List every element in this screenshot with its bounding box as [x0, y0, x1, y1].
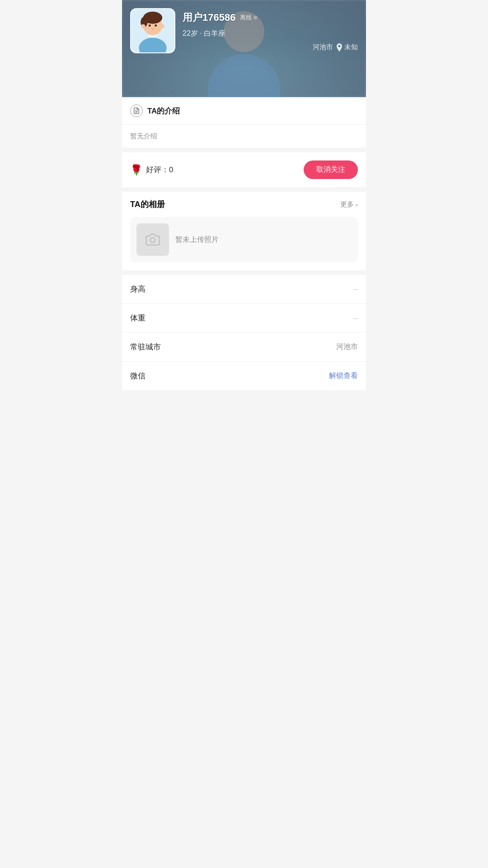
intro-title: TA的介绍: [147, 106, 180, 116]
album-header: TA的相册 更多 ›: [122, 192, 366, 217]
height-label: 身高: [130, 284, 145, 294]
status-text: 离线: [240, 14, 252, 22]
separator: ·: [200, 29, 202, 37]
location-icon: 未知: [336, 43, 358, 52]
city-value: 河池市: [336, 342, 358, 352]
user-meta: 22岁 · 白羊座: [183, 29, 358, 38]
chevron-right-icon: ›: [356, 201, 358, 208]
album-section: TA的相册 更多 › ⬜ 暂未上传照片: [122, 192, 366, 270]
album-more-label: 更多: [340, 200, 354, 209]
unfollow-button[interactable]: 取消关注: [304, 160, 358, 179]
rating-text: 好评：0: [146, 165, 173, 175]
photo-placeholder: ⬜: [136, 223, 169, 256]
city-label: 常驻城市: [130, 342, 161, 352]
info-item-height: 身高 --: [122, 275, 366, 304]
no-photo-text: 暂未上传照片: [175, 235, 219, 245]
profile-banner: 用户176586 离线 22岁 · 白羊座 河池市: [122, 0, 366, 97]
username: 用户176586: [183, 11, 235, 24]
height-value: --: [353, 285, 358, 293]
wechat-label: 微信: [130, 371, 145, 381]
album-title: TA的相册: [130, 199, 165, 210]
intro-content: 暂无介绍: [130, 132, 157, 140]
info-item-weight: 体重 --: [122, 304, 366, 333]
svg-point-5: [155, 24, 157, 27]
status-badge: 离线: [240, 14, 257, 22]
avatar: [130, 8, 175, 53]
svg-point-7: [141, 24, 145, 29]
album-more-button[interactable]: 更多 ›: [340, 200, 358, 209]
info-item-wechat[interactable]: 微信 解锁查看: [122, 362, 366, 390]
svg-point-6: [152, 28, 154, 30]
rating-section: 🌹 好评：0 取消关注: [122, 152, 366, 187]
wechat-unlock[interactable]: 解锁查看: [329, 371, 358, 381]
intro-section: TA的介绍 暂无介绍: [122, 97, 366, 148]
svg-point-12: [150, 238, 155, 243]
heart-icon: 🌹: [130, 164, 142, 176]
age: 22岁: [183, 29, 198, 37]
weight-label: 体重: [130, 313, 145, 323]
profile-info: 用户176586 离线 22岁 · 白羊座: [183, 8, 358, 38]
zodiac: 白羊座: [204, 29, 225, 37]
album-content: ⬜ 暂未上传照片: [122, 217, 366, 270]
info-item-city: 常驻城市 河池市: [122, 333, 366, 362]
rating-count: 0: [169, 165, 173, 174]
intro-body: 暂无介绍: [122, 125, 366, 148]
location-city: 河池市: [313, 43, 333, 52]
info-list: 身高 -- 体重 -- 常驻城市 河池市 微信 解锁查看: [122, 275, 366, 390]
username-row: 用户176586 离线: [183, 11, 358, 24]
rating-left: 🌹 好评：0: [130, 164, 173, 176]
weight-value: --: [353, 314, 358, 322]
location-unknown: 未知: [344, 43, 358, 52]
album-card: ⬜ 暂未上传照片: [130, 217, 358, 262]
intro-icon: [130, 104, 143, 117]
svg-point-8: [160, 24, 164, 29]
svg-point-4: [149, 24, 151, 27]
rating-label: 好评：: [146, 165, 169, 174]
status-dot: [253, 16, 257, 19]
location-row: 河池市 未知: [313, 43, 358, 52]
intro-header: TA的介绍: [122, 97, 366, 125]
